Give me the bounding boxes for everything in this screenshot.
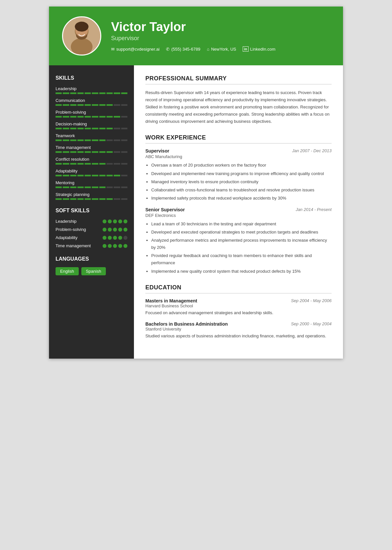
skill-bar-segment: [56, 175, 62, 176]
skill-bar: [56, 151, 127, 153]
skill-bar-segment: [99, 128, 106, 129]
skills-section-title: SKILLS: [56, 75, 127, 81]
skill-bar-segment: [121, 151, 127, 153]
job-bullet: Provided regular feedback and coaching t…: [151, 252, 332, 267]
skill-bar-segment: [106, 128, 113, 129]
soft-skill-item: Adaptability: [56, 235, 127, 240]
skill-bar-segment: [85, 104, 91, 106]
skill-bar-segment: [56, 186, 62, 188]
skill-dot: [123, 228, 127, 232]
skill-name: Decision-making: [56, 121, 127, 126]
job-bullet: Developed and implemented new training p…: [151, 170, 332, 177]
skill-bar-segment: [56, 128, 62, 129]
skill-bar-segment: [99, 198, 106, 200]
location-icon: ⌂: [207, 47, 209, 52]
skill-bar-segment: [99, 186, 106, 188]
skill-bar-segment: [106, 92, 113, 94]
skill-bar-segment: [77, 139, 84, 141]
skill-name: Leadership: [56, 86, 127, 91]
skill-bar: [56, 175, 127, 176]
skill-dots: [103, 219, 127, 223]
skill-bar-segment: [63, 163, 69, 165]
skill-bar-segment: [70, 163, 76, 165]
skill-item: Teamwork: [56, 133, 127, 141]
skill-item: Communication: [56, 98, 127, 106]
skill-bar-segment: [77, 104, 84, 106]
job-title: Supervisor: [145, 148, 169, 154]
skill-bar-segment: [70, 186, 76, 188]
skill-dots: [103, 228, 127, 232]
jobs-list: SupervisorJan 2007 - Dec 2013ABC Manufac…: [145, 148, 332, 275]
skill-bar-segment: [56, 116, 62, 118]
skill-bar-segment: [56, 104, 62, 106]
skill-dot: [113, 244, 117, 248]
skill-bar-segment: [56, 139, 62, 141]
job-dates: Jan 2014 - Present: [296, 207, 332, 212]
svg-point-5: [75, 22, 89, 31]
job-bullet: Developed and executed operational strat…: [151, 229, 332, 236]
skill-bar-segment: [70, 104, 76, 106]
skill-bar-segment: [70, 128, 76, 129]
skill-item: Time management: [56, 145, 127, 153]
candidate-title: Supervisor: [111, 35, 330, 42]
skill-bar: [56, 163, 127, 165]
skill-bar-segment: [99, 163, 106, 165]
soft-skill-item: Time management: [56, 243, 127, 248]
language-tag: Spanish: [81, 267, 106, 275]
skill-bar-segment: [114, 198, 120, 200]
education-list: Masters in ManagementSep 2004 - May 2006…: [145, 298, 332, 340]
skill-item: Leadership: [56, 86, 127, 94]
skill-bar-segment: [121, 116, 127, 118]
skill-bar-segment: [121, 139, 127, 141]
skill-bar-segment: [99, 139, 106, 141]
skill-bar-segment: [56, 151, 62, 153]
edu-description: Studied various aspects of business admi…: [145, 333, 332, 340]
skill-bar-segment: [106, 104, 113, 106]
job-entry: SupervisorJan 2007 - Dec 2013ABC Manufac…: [145, 148, 332, 202]
phone-icon: ✆: [166, 47, 170, 52]
soft-skill-item: Problem-solving: [56, 227, 127, 232]
job-company: DEF Electronics: [145, 213, 332, 218]
skill-bar-segment: [70, 198, 76, 200]
work-section: WORK EXPERIENCE SupervisorJan 2007 - Dec…: [145, 134, 332, 275]
edu-school: Harvard Business School: [145, 303, 332, 308]
skill-bar-segment: [92, 198, 98, 200]
skill-name: Adaptability: [56, 169, 127, 173]
edu-description: Focused on advanced management strategie…: [145, 310, 332, 316]
skill-name: Strategic planning: [56, 192, 127, 197]
skill-bar-segment: [114, 104, 120, 106]
skill-bar-segment: [114, 139, 120, 141]
skill-bar-segment: [85, 92, 91, 94]
skill-bar: [56, 116, 127, 118]
skill-bar-segment: [99, 104, 106, 106]
skill-bar-segment: [85, 151, 91, 153]
job-entry: Senior SupervisorJan 2014 - PresentDEF E…: [145, 207, 332, 275]
skill-dot: [123, 219, 127, 223]
soft-skill-name: Adaptability: [56, 235, 77, 240]
skill-dot: [118, 219, 122, 223]
skill-dot: [113, 228, 117, 232]
job-bullet: Lead a team of 30 technicians in the tes…: [151, 220, 332, 228]
skill-bar-segment: [121, 198, 127, 200]
education-entry: Bachelors in Business AdministrationSep …: [145, 321, 332, 340]
body: SKILLS LeadershipCommunicationProblem-so…: [49, 65, 343, 359]
skill-bar-segment: [121, 175, 127, 176]
skill-bar-segment: [63, 151, 69, 153]
job-header: Senior SupervisorJan 2014 - Present: [145, 207, 332, 212]
skill-bar-segment: [114, 116, 120, 118]
job-dates: Jan 2007 - Dec 2013: [292, 148, 332, 153]
skill-bar-segment: [92, 128, 98, 129]
skill-bar-segment: [70, 92, 76, 94]
skill-bar-segment: [106, 163, 113, 165]
soft-skill-item: Leadership: [56, 219, 127, 224]
skill-bar-segment: [56, 163, 62, 165]
skill-bar-segment: [92, 151, 98, 153]
skill-bar-segment: [121, 128, 127, 129]
skill-bar-segment: [114, 175, 120, 176]
skill-bar-segment: [77, 198, 84, 200]
job-title: Senior Supervisor: [145, 207, 185, 212]
skill-name: Problem-solving: [56, 110, 127, 115]
skill-dot: [118, 244, 122, 248]
job-bullet: Implemented safety protocols that reduce…: [151, 195, 332, 202]
skill-bar-segment: [114, 151, 120, 153]
